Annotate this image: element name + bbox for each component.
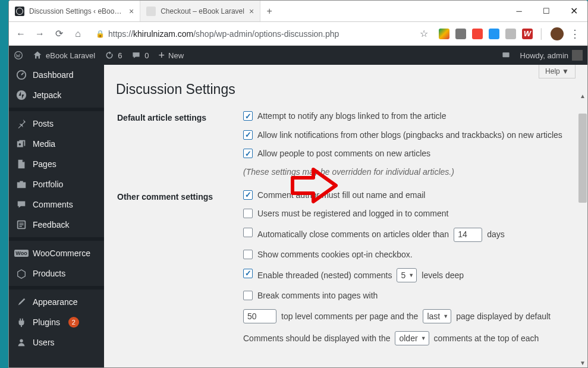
tab-title: Checkout – eBook Laravel <box>161 7 244 15</box>
option-label: Users must be registered and logged in t… <box>257 208 448 220</box>
sidebar-item-products[interactable]: Products <box>9 263 104 284</box>
option-label: top level comments per page and the <box>281 309 418 324</box>
feedback-icon <box>16 219 27 230</box>
sidebar-item-appearance[interactable]: Appearance <box>9 292 104 312</box>
sidebar-item-label: Dashboard <box>33 70 74 80</box>
dashboard-icon <box>16 70 27 80</box>
page-order-select[interactable]: last <box>423 309 451 323</box>
extension-icons: W │ ⋮ <box>439 27 583 40</box>
browser-tab-0[interactable]: Discussion Settings ‹ eBook Lara… × <box>9 1 140 21</box>
close-icon[interactable]: × <box>249 7 254 16</box>
site-link[interactable]: eBook Laravel <box>28 46 100 65</box>
url-text: https://khirulnizam.com/shop/wp-admin/op… <box>108 29 339 39</box>
scroll-up-icon[interactable]: ▲ <box>578 91 587 100</box>
woo-icon: Woo <box>16 248 27 259</box>
sidebar-item-dashboard[interactable]: Dashboard <box>9 65 104 85</box>
vertical-scrollbar[interactable]: ▲ ▼ <box>578 91 587 367</box>
maximize-button[interactable]: ☐ <box>533 1 560 21</box>
levels-select[interactable]: 5 <box>397 268 417 282</box>
option-label: Comment author must fill out name and em… <box>257 190 425 202</box>
sidebar-item-users[interactable]: Users <box>9 332 104 353</box>
sidebar-item-label: Products <box>33 269 65 278</box>
sidebar-item-plugins[interactable]: Plugins 2 <box>9 312 104 332</box>
sidebar-item-posts[interactable]: Posts <box>9 114 104 134</box>
option-label: Allow people to post comments on new art… <box>257 148 430 160</box>
wp-logo[interactable] <box>9 46 28 65</box>
sidebar-separator <box>9 237 104 241</box>
sidebar-item-pages[interactable]: Pages <box>9 154 104 174</box>
checkbox-allow-pingbacks[interactable] <box>243 130 253 140</box>
comments-link[interactable]: 0 <box>127 46 153 65</box>
minimize-button[interactable]: ─ <box>505 1 533 21</box>
option-row: Allow people to post comments on new art… <box>243 148 574 160</box>
sidebar-item-label: Jetpack <box>33 90 61 100</box>
reload-button[interactable]: ⟳ <box>52 27 66 41</box>
option-label: Automatically close comments on articles… <box>257 227 449 242</box>
notification-icon[interactable] <box>496 46 515 65</box>
option-row: Attempt to notify any blogs linked to fr… <box>243 111 574 122</box>
page-icon <box>16 159 27 169</box>
window-controls: ─ ☐ ✕ <box>505 1 587 21</box>
wp-admin-bar: eBook Laravel 6 0 + New Howdy, admin <box>9 46 587 65</box>
update-badge: 2 <box>68 317 79 328</box>
sidebar-item-comments[interactable]: Comments <box>9 194 104 215</box>
new-content-link[interactable]: + New <box>154 46 189 65</box>
sidebar-separator <box>9 108 104 111</box>
svg-point-3 <box>17 90 26 100</box>
extension-icon[interactable] <box>505 29 516 39</box>
checkbox-require-registration[interactable] <box>243 209 253 218</box>
checkbox-paginate[interactable] <box>243 291 253 300</box>
extension-icon[interactable]: W <box>522 29 533 39</box>
page-title: Discussion Settings <box>116 81 576 97</box>
sidebar-item-label: Comments <box>33 200 73 209</box>
howdy-link[interactable]: Howdy, admin <box>515 46 587 65</box>
lock-icon: 🔒 <box>96 30 105 38</box>
extension-icon[interactable] <box>472 29 483 39</box>
close-window-button[interactable]: ✕ <box>560 1 587 21</box>
checkbox-require-name-email[interactable] <box>243 190 253 200</box>
comment-order-select[interactable]: older <box>395 331 429 345</box>
checkbox-allow-comments[interactable] <box>243 149 253 158</box>
option-row: 50 top level comments per page and the l… <box>243 309 574 324</box>
home-button[interactable]: ⌂ <box>71 27 85 41</box>
scroll-down-icon[interactable]: ▼ <box>578 358 587 367</box>
media-icon <box>16 139 27 149</box>
browser-tab-1[interactable]: Checkout – eBook Laravel × <box>140 1 260 21</box>
sidebar-item-portfolio[interactable]: Portfolio <box>9 174 104 194</box>
option-row: Users must be registered and logged in t… <box>243 208 574 220</box>
updates-link[interactable]: 6 <box>100 46 127 65</box>
checkbox-auto-close[interactable] <box>243 228 253 237</box>
profile-avatar[interactable] <box>551 27 564 40</box>
new-tab-button[interactable]: + <box>260 1 278 21</box>
scroll-thumb[interactable] <box>578 114 587 203</box>
per-page-input[interactable]: 50 <box>243 309 276 323</box>
extension-icon[interactable] <box>489 29 499 39</box>
svg-point-6 <box>20 339 23 342</box>
checkbox-threaded[interactable] <box>243 269 253 278</box>
google-drive-icon[interactable] <box>439 29 449 39</box>
sidebar-item-label: Pages <box>33 159 56 169</box>
camera-icon[interactable] <box>455 29 466 39</box>
sidebar-item-media[interactable]: Media <box>9 134 104 154</box>
portfolio-icon <box>16 179 27 190</box>
forward-button[interactable]: → <box>33 27 47 41</box>
sidebar-item-jetpack[interactable]: Jetpack <box>9 85 104 105</box>
checkbox-notify-blogs[interactable] <box>243 111 253 121</box>
annotation-arrow <box>290 167 338 206</box>
help-tab[interactable]: Help ▼ <box>539 65 576 78</box>
bookmark-star-icon[interactable]: ☆ <box>420 28 428 39</box>
close-icon[interactable]: × <box>129 7 134 16</box>
admin-sidebar: Dashboard Jetpack Posts Media Pages <box>9 65 104 367</box>
browser-window: Discussion Settings ‹ eBook Lara… × Chec… <box>8 0 588 368</box>
sidebar-item-woocommerce[interactable]: Woo WooCommerce <box>9 243 104 263</box>
option-row: Comments should be displayed with the ol… <box>243 331 574 346</box>
browser-menu-icon[interactable]: ⋮ <box>570 27 580 40</box>
checkbox-cookies-optin[interactable] <box>243 250 253 259</box>
url-field[interactable]: 🔒 https://khirulnizam.com/shop/wp-admin/… <box>90 25 434 43</box>
updates-count: 6 <box>118 51 122 60</box>
sidebar-item-label: Users <box>33 338 55 347</box>
days-input[interactable]: 14 <box>454 228 482 242</box>
sidebar-item-feedback[interactable]: Feedback <box>9 215 104 235</box>
back-button[interactable]: ← <box>14 27 28 41</box>
option-label: Comments should be displayed with the <box>243 331 390 346</box>
